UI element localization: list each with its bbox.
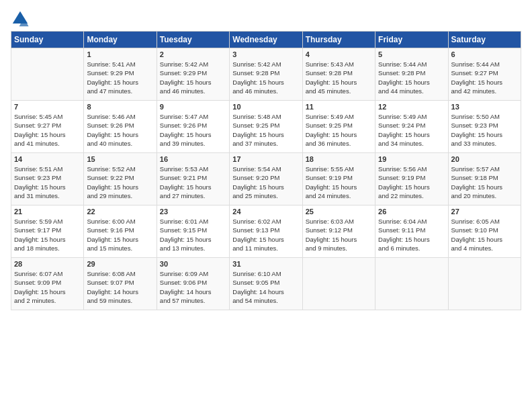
day-number: 31: [232, 260, 299, 268]
day-number: 30: [160, 260, 226, 268]
day-info: Sunrise: 5:52 AM Sunset: 9:22 PM Dayligh…: [87, 165, 153, 200]
day-info: Sunrise: 5:50 AM Sunset: 9:23 PM Dayligh…: [451, 112, 518, 148]
page-container: SundayMondayTuesdayWednesdayThursdayFrid…: [0, 0, 532, 317]
calendar-cell: [11, 48, 84, 101]
calendar-cell: 1Sunrise: 5:41 AM Sunset: 9:29 PM Daylig…: [84, 48, 157, 101]
header: [11, 7, 521, 28]
day-info: Sunrise: 6:10 AM Sunset: 9:05 PM Dayligh…: [232, 269, 299, 305]
day-info: Sunrise: 5:41 AM Sunset: 9:29 PM Dayligh…: [87, 60, 153, 95]
calendar-cell: 30Sunrise: 6:09 AM Sunset: 9:06 PM Dayli…: [157, 258, 229, 310]
calendar-cell: 11Sunrise: 5:49 AM Sunset: 9:25 PM Dayli…: [302, 101, 375, 153]
day-number: 7: [14, 103, 81, 111]
calendar-cell: 2Sunrise: 5:42 AM Sunset: 9:29 PM Daylig…: [157, 48, 229, 101]
day-number: 9: [160, 103, 226, 111]
calendar-cell: 10Sunrise: 5:48 AM Sunset: 9:25 PM Dayli…: [230, 101, 302, 153]
calendar-cell: 23Sunrise: 6:01 AM Sunset: 9:15 PM Dayli…: [157, 205, 229, 258]
calendar-cell: 25Sunrise: 6:03 AM Sunset: 9:12 PM Dayli…: [302, 205, 375, 258]
calendar-week-row: 7Sunrise: 5:45 AM Sunset: 9:27 PM Daylig…: [11, 101, 521, 153]
calendar-cell: 19Sunrise: 5:56 AM Sunset: 9:19 PM Dayli…: [375, 153, 448, 205]
calendar-cell: 18Sunrise: 5:55 AM Sunset: 9:19 PM Dayli…: [302, 153, 375, 205]
day-info: Sunrise: 6:01 AM Sunset: 9:15 PM Dayligh…: [160, 217, 226, 253]
calendar-cell: 7Sunrise: 5:45 AM Sunset: 9:27 PM Daylig…: [11, 101, 84, 153]
day-number: 28: [14, 260, 81, 268]
day-number: 26: [378, 208, 445, 216]
weekday-header-cell: Tuesday: [157, 32, 229, 48]
calendar-cell: 14Sunrise: 5:51 AM Sunset: 9:23 PM Dayli…: [11, 153, 84, 205]
day-info: Sunrise: 5:51 AM Sunset: 9:23 PM Dayligh…: [14, 165, 81, 200]
calendar-cell: 17Sunrise: 5:54 AM Sunset: 9:20 PM Dayli…: [230, 153, 302, 205]
calendar-cell: 8Sunrise: 5:46 AM Sunset: 9:26 PM Daylig…: [84, 101, 157, 153]
calendar-cell: 5Sunrise: 5:44 AM Sunset: 9:28 PM Daylig…: [375, 48, 448, 101]
day-info: Sunrise: 6:09 AM Sunset: 9:06 PM Dayligh…: [160, 269, 226, 305]
calendar-cell: [448, 258, 521, 310]
day-info: Sunrise: 5:42 AM Sunset: 9:28 PM Dayligh…: [232, 60, 299, 95]
weekday-header-cell: Thursday: [302, 32, 375, 48]
calendar-cell: 15Sunrise: 5:52 AM Sunset: 9:22 PM Dayli…: [84, 153, 157, 205]
calendar-cell: 20Sunrise: 5:57 AM Sunset: 9:18 PM Dayli…: [448, 153, 521, 205]
day-info: Sunrise: 5:48 AM Sunset: 9:25 PM Dayligh…: [232, 112, 299, 148]
calendar-cell: 27Sunrise: 6:05 AM Sunset: 9:10 PM Dayli…: [448, 205, 521, 258]
day-info: Sunrise: 5:59 AM Sunset: 9:17 PM Dayligh…: [14, 217, 81, 253]
calendar-cell: 16Sunrise: 5:53 AM Sunset: 9:21 PM Dayli…: [157, 153, 229, 205]
day-number: 27: [451, 208, 518, 216]
day-info: Sunrise: 5:45 AM Sunset: 9:27 PM Dayligh…: [14, 112, 81, 148]
day-info: Sunrise: 6:05 AM Sunset: 9:10 PM Dayligh…: [451, 217, 518, 253]
day-number: 13: [451, 103, 518, 111]
day-info: Sunrise: 6:02 AM Sunset: 9:13 PM Dayligh…: [232, 217, 299, 253]
day-info: Sunrise: 5:49 AM Sunset: 9:24 PM Dayligh…: [378, 112, 445, 148]
day-info: Sunrise: 6:07 AM Sunset: 9:09 PM Dayligh…: [14, 269, 81, 305]
day-number: 12: [378, 103, 445, 111]
day-info: Sunrise: 6:00 AM Sunset: 9:16 PM Dayligh…: [87, 217, 153, 253]
day-info: Sunrise: 5:47 AM Sunset: 9:26 PM Dayligh…: [160, 112, 226, 148]
day-info: Sunrise: 6:04 AM Sunset: 9:11 PM Dayligh…: [378, 217, 445, 253]
day-number: 2: [160, 50, 226, 58]
day-info: Sunrise: 5:55 AM Sunset: 9:19 PM Dayligh…: [306, 165, 372, 200]
day-info: Sunrise: 5:56 AM Sunset: 9:19 PM Dayligh…: [378, 165, 445, 200]
calendar-cell: 6Sunrise: 5:44 AM Sunset: 9:27 PM Daylig…: [448, 48, 521, 101]
day-info: Sunrise: 5:46 AM Sunset: 9:26 PM Dayligh…: [87, 112, 153, 148]
day-number: 5: [378, 50, 445, 58]
calendar-cell: 24Sunrise: 6:02 AM Sunset: 9:13 PM Dayli…: [230, 205, 302, 258]
day-info: Sunrise: 5:44 AM Sunset: 9:28 PM Dayligh…: [378, 60, 445, 95]
calendar-cell: 31Sunrise: 6:10 AM Sunset: 9:05 PM Dayli…: [230, 258, 302, 310]
calendar-cell: 12Sunrise: 5:49 AM Sunset: 9:24 PM Dayli…: [375, 101, 448, 153]
calendar-cell: [302, 258, 375, 310]
day-info: Sunrise: 6:03 AM Sunset: 9:12 PM Dayligh…: [306, 217, 372, 253]
day-number: 10: [232, 103, 299, 111]
calendar-cell: 22Sunrise: 6:00 AM Sunset: 9:16 PM Dayli…: [84, 205, 157, 258]
day-number: 19: [378, 155, 445, 163]
calendar-cell: [375, 258, 448, 310]
day-info: Sunrise: 6:08 AM Sunset: 9:07 PM Dayligh…: [87, 269, 153, 305]
day-number: 22: [87, 208, 153, 216]
day-number: 23: [160, 208, 226, 216]
weekday-header-cell: Sunday: [11, 32, 84, 48]
weekday-header-cell: Wednesday: [230, 32, 302, 48]
calendar-week-row: 14Sunrise: 5:51 AM Sunset: 9:23 PM Dayli…: [11, 153, 521, 205]
day-number: 16: [160, 155, 226, 163]
day-number: 4: [306, 50, 372, 58]
day-number: 17: [232, 155, 299, 163]
calendar-cell: 3Sunrise: 5:42 AM Sunset: 9:28 PM Daylig…: [230, 48, 302, 101]
calendar-cell: 26Sunrise: 6:04 AM Sunset: 9:11 PM Dayli…: [375, 205, 448, 258]
day-info: Sunrise: 5:53 AM Sunset: 9:21 PM Dayligh…: [160, 165, 226, 200]
day-info: Sunrise: 5:49 AM Sunset: 9:25 PM Dayligh…: [306, 112, 372, 148]
day-number: 20: [451, 155, 518, 163]
calendar-week-row: 28Sunrise: 6:07 AM Sunset: 9:09 PM Dayli…: [11, 258, 521, 310]
day-info: Sunrise: 5:43 AM Sunset: 9:28 PM Dayligh…: [306, 60, 372, 95]
day-number: 21: [14, 208, 81, 216]
weekday-header-cell: Friday: [375, 32, 448, 48]
day-number: 24: [232, 208, 299, 216]
day-info: Sunrise: 5:42 AM Sunset: 9:29 PM Dayligh…: [160, 60, 226, 95]
calendar-body: 1Sunrise: 5:41 AM Sunset: 9:29 PM Daylig…: [11, 48, 521, 310]
calendar-cell: 29Sunrise: 6:08 AM Sunset: 9:07 PM Dayli…: [84, 258, 157, 310]
calendar-cell: 4Sunrise: 5:43 AM Sunset: 9:28 PM Daylig…: [302, 48, 375, 101]
logo: [11, 9, 32, 28]
day-number: 25: [306, 208, 372, 216]
logo-icon: [11, 9, 30, 28]
day-info: Sunrise: 5:57 AM Sunset: 9:18 PM Dayligh…: [451, 165, 518, 200]
calendar-cell: 28Sunrise: 6:07 AM Sunset: 9:09 PM Dayli…: [11, 258, 84, 310]
calendar-cell: 9Sunrise: 5:47 AM Sunset: 9:26 PM Daylig…: [157, 101, 229, 153]
day-number: 15: [87, 155, 153, 163]
day-number: 11: [306, 103, 372, 111]
day-number: 18: [306, 155, 372, 163]
